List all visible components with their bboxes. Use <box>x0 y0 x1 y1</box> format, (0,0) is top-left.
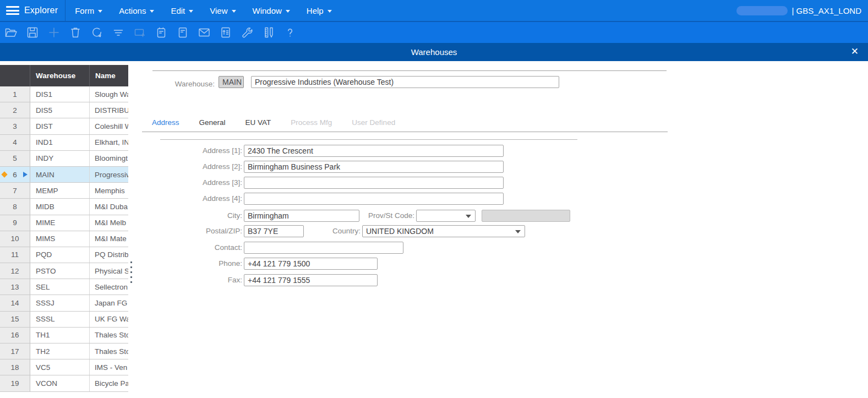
table-row[interactable]: 17TH2Thales Sto <box>0 344 128 359</box>
warehouse-code-cell[interactable]: SSSL <box>30 312 90 327</box>
fax-field[interactable] <box>244 274 378 286</box>
row-number-cell[interactable]: 4 <box>0 135 30 150</box>
warehouse-name-cell[interactable]: Physical S <box>90 263 128 279</box>
save-icon[interactable] <box>25 25 40 40</box>
row-number-cell[interactable]: 17 <box>0 344 30 359</box>
row-number-cell[interactable]: 14 <box>0 295 30 310</box>
row-number-cell[interactable]: 13 <box>0 279 30 295</box>
address1-field[interactable] <box>244 145 504 157</box>
table-row[interactable]: 5INDYBloomingt <box>0 151 128 167</box>
tracker-icon[interactable] <box>219 25 233 40</box>
country-dropdown[interactable]: UNITED KINGDOM <box>362 225 525 237</box>
row-number-cell[interactable]: 3 <box>0 118 30 134</box>
warehouse-name-cell[interactable]: Bicycle Pa <box>90 375 128 391</box>
grid-header-name[interactable]: Name <box>90 65 128 86</box>
row-number-cell[interactable]: 19 <box>0 375 30 391</box>
refresh-icon[interactable] <box>90 25 104 40</box>
warehouse-code-cell[interactable]: DIS1 <box>30 86 90 102</box>
warehouse-code-cell[interactable]: DIST <box>30 118 90 134</box>
menu-edit[interactable]: Edit <box>162 0 201 21</box>
memo-icon[interactable] <box>154 25 168 40</box>
warehouse-name-cell[interactable]: Elkhart, IN <box>90 135 128 150</box>
table-row[interactable]: 10MIMSM&I Mate <box>0 231 128 247</box>
menu-window[interactable]: Window <box>244 0 298 21</box>
warehouse-code-cell[interactable]: IND1 <box>30 135 90 150</box>
prov-st-code-dropdown[interactable] <box>416 210 476 222</box>
table-row[interactable]: 14SSSJJapan FG <box>0 295 128 311</box>
row-number-cell[interactable]: 12 <box>0 263 30 279</box>
warehouse-code-cell[interactable]: MIMS <box>30 231 90 247</box>
new-window-icon[interactable] <box>133 25 147 40</box>
contact-field[interactable] <box>244 242 403 254</box>
address4-field[interactable] <box>244 193 504 205</box>
warehouse-name-cell[interactable]: M&I Duba <box>90 199 128 214</box>
warehouse-name-cell[interactable]: DISTRIBU <box>90 102 128 118</box>
row-number-cell[interactable]: 7 <box>0 183 30 198</box>
tab-eu-vat[interactable]: EU VAT <box>245 118 271 127</box>
city-field[interactable] <box>244 210 359 222</box>
row-number-cell[interactable]: 10 <box>0 231 30 247</box>
menu-help[interactable]: Help <box>298 0 340 21</box>
help-icon[interactable] <box>283 25 297 40</box>
table-row[interactable]: 7MEMPMemphis <box>0 183 128 199</box>
grid-header-warehouse[interactable]: Warehouse <box>30 65 90 86</box>
close-icon[interactable]: ✕ <box>851 46 859 58</box>
address3-field[interactable] <box>244 177 504 189</box>
menu-form[interactable]: Form <box>67 0 111 21</box>
row-number-cell[interactable]: 11 <box>0 247 30 263</box>
warehouse-name-cell[interactable]: UK FG Wa <box>90 312 128 327</box>
warehouse-name-field[interactable] <box>251 76 559 88</box>
table-row[interactable]: 6MAINProgressiv <box>0 167 128 183</box>
warehouse-name-cell[interactable]: IMS - Ven <box>90 359 128 375</box>
row-number-cell[interactable]: 6 <box>0 167 30 182</box>
phone-field[interactable] <box>244 258 378 270</box>
tools-icon[interactable] <box>240 25 254 40</box>
warehouse-name-cell[interactable]: Japan FG <box>90 295 128 310</box>
table-row[interactable]: 13SELSellectron <box>0 279 128 295</box>
table-row[interactable]: 16TH1Thales Sto <box>0 328 128 344</box>
row-number-cell[interactable]: 1 <box>0 86 30 102</box>
row-number-cell[interactable]: 5 <box>0 151 30 166</box>
row-number-cell[interactable]: 9 <box>0 215 30 231</box>
warehouse-code-cell[interactable]: PQD <box>30 247 90 263</box>
warehouse-name-cell[interactable]: Thales Sto <box>90 344 128 359</box>
menu-actions[interactable]: Actions <box>111 0 162 21</box>
table-row[interactable]: 12PSTOPhysical S <box>0 263 128 279</box>
filter-icon[interactable] <box>111 25 125 40</box>
open-icon[interactable] <box>4 25 18 40</box>
table-row[interactable]: 15SSSLUK FG Wa <box>0 312 128 328</box>
address2-field[interactable] <box>244 161 504 173</box>
hamburger-icon[interactable] <box>6 6 19 15</box>
warehouse-name-cell[interactable]: M&I Melb <box>90 215 128 231</box>
splitter-handle[interactable] <box>130 258 132 286</box>
warehouse-code-cell[interactable]: VCON <box>30 375 90 391</box>
warehouse-code-cell[interactable]: SSSJ <box>30 295 90 310</box>
warehouse-code-cell[interactable]: PSTO <box>30 263 90 279</box>
grid-header-rownum[interactable] <box>0 65 30 86</box>
warehouse-name-cell[interactable]: Coleshill W <box>90 118 128 134</box>
new-icon[interactable] <box>47 25 61 40</box>
warehouse-code-cell[interactable]: INDY <box>30 151 90 166</box>
warehouse-code-cell[interactable]: TH2 <box>30 344 90 359</box>
delete-icon[interactable] <box>68 25 83 40</box>
row-number-cell[interactable]: 18 <box>0 359 30 375</box>
warehouse-code-cell[interactable]: MEMP <box>30 183 90 198</box>
table-row[interactable]: 3DISTColeshill W <box>0 118 128 134</box>
warehouse-code-cell[interactable]: DIS5 <box>30 102 90 118</box>
warehouse-code-cell[interactable]: VC5 <box>30 359 90 375</box>
warehouse-name-cell[interactable]: Slough Wa <box>90 86 128 102</box>
warehouse-code-cell[interactable]: MIDB <box>30 199 90 214</box>
warehouse-code-cell[interactable]: TH1 <box>30 328 90 343</box>
table-row[interactable]: 2DIS5DISTRIBU <box>0 102 128 118</box>
warehouse-name-cell[interactable]: PQ Distrib <box>90 247 128 263</box>
warehouse-code-cell[interactable]: MAIN <box>30 167 90 182</box>
table-row[interactable]: 9MIMEM&I Melb <box>0 215 128 231</box>
table-row[interactable]: 8MIDBM&I Duba <box>0 199 128 215</box>
table-row[interactable]: 11PQDPQ Distrib <box>0 247 128 263</box>
table-row[interactable]: 19VCONBicycle Pa <box>0 375 128 391</box>
warehouse-code-cell[interactable]: SEL <box>30 279 90 295</box>
warehouse-code-cell[interactable]: MIME <box>30 215 90 231</box>
app-title[interactable]: Explorer <box>24 6 58 15</box>
menu-view[interactable]: View <box>201 0 244 21</box>
warehouse-name-cell[interactable]: Progressiv <box>90 167 128 182</box>
